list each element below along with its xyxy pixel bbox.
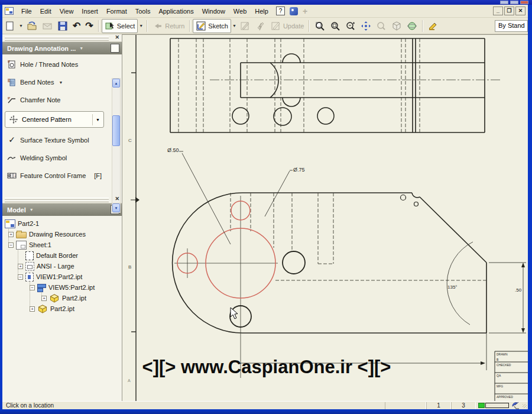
expand-icon[interactable]: + (41, 296, 47, 301)
section-view-icon (37, 283, 46, 292)
menu-applications[interactable]: Applications (154, 6, 197, 17)
dimension-leaders (179, 151, 526, 370)
panel-grip[interactable]: ✕ (2, 196, 122, 203)
front-view-outline[interactable] (173, 193, 486, 333)
menu-window[interactable]: Window (198, 6, 229, 17)
tree-item-sheet1[interactable]: − Sheet:1 (5, 240, 122, 250)
selected-circles[interactable] (177, 201, 275, 298)
drawing-canvas[interactable]: C B A (122, 34, 528, 401)
menu-edit[interactable]: Edit (36, 6, 56, 17)
menu-file[interactable]: File (17, 6, 36, 17)
open-button[interactable] (24, 20, 40, 33)
tool-welding-symbol[interactable]: Welding Symbol (7, 151, 111, 164)
centered-pattern-dropdown-icon[interactable]: ▼ (92, 114, 101, 125)
orbit-icon (407, 21, 417, 31)
tool-surface-texture[interactable]: ✓ Surface Texture Symbol (7, 134, 111, 147)
tree-item-view1[interactable]: − VIEW1:Part2.ipt (5, 271, 122, 282)
tree-item-ansi-large[interactable]: + ANSI - Large (5, 261, 122, 271)
scroll-up-icon[interactable]: ▲ (112, 79, 120, 88)
document-icon[interactable] (5, 7, 14, 15)
main-minimize-button[interactable] (500, 1, 508, 4)
edit-sketch-button (238, 20, 253, 33)
collapse-icon[interactable]: − (30, 285, 35, 290)
zoom-all-button[interactable] (312, 20, 327, 33)
select-dropdown-icon[interactable]: ▼ (138, 24, 144, 28)
menu-web[interactable]: Web (229, 6, 251, 17)
tree-item-default-border[interactable]: Default Border (5, 250, 122, 261)
panel-dropdown-icon[interactable]: ▼ (30, 208, 34, 212)
model-panel-header[interactable]: Model ▼ ? (2, 203, 122, 216)
sheet-border (131, 35, 139, 402)
sketch-dropdown-icon[interactable]: ▼ (231, 24, 238, 28)
new-file-dropdown-icon[interactable]: ▼ (18, 24, 24, 28)
new-file-button[interactable] (2, 20, 18, 33)
child-restore-button[interactable]: ❐ (504, 7, 514, 15)
sketch-button[interactable]: Sketch (193, 19, 231, 33)
child-minimize-button[interactable]: _ (493, 7, 503, 15)
dimension-arrows (481, 263, 525, 365)
title-block-checked: CHECKED (497, 363, 511, 367)
menu-view[interactable]: View (56, 6, 78, 17)
tree-item-part2-1[interactable]: Part2-1 (5, 218, 122, 229)
top-view-holes[interactable] (232, 108, 334, 125)
save-button[interactable] (55, 20, 70, 33)
help-icon[interactable]: ? (276, 7, 285, 15)
main-restore-button[interactable] (510, 1, 518, 4)
orbit-button[interactable] (404, 20, 420, 33)
top-view-outline[interactable] (170, 38, 485, 132)
child-close-button[interactable]: ✕ (515, 7, 525, 15)
annotation-panel-header[interactable]: Drawing Annotation ... ▼ ? (2, 42, 122, 54)
expand-icon[interactable]: + (18, 264, 23, 269)
tree-item-drawing-resources[interactable]: + Drawing Resources (5, 229, 122, 240)
undo-button[interactable]: ↶ (70, 19, 83, 33)
annotation-scrollbar[interactable]: ▲ ▼ (112, 78, 121, 213)
menu-tools[interactable]: Tools (131, 6, 155, 17)
expand-icon[interactable]: + (8, 232, 14, 237)
expand-icon[interactable]: + (30, 306, 35, 312)
main-close-button[interactable] (520, 1, 528, 4)
assistant-icon[interactable] (290, 7, 298, 15)
standard-combo[interactable]: By Stand (495, 20, 528, 32)
dimension-dia50[interactable]: Ø.50 (167, 147, 179, 153)
scroll-down-icon[interactable]: ▼ (112, 203, 120, 212)
tool-bend-notes[interactable]: Bend Notes ▼ (7, 76, 111, 89)
panel-dropdown-icon[interactable]: ▼ (79, 46, 83, 50)
menu-insert[interactable]: Insert (77, 6, 102, 17)
tree-item-view5[interactable]: − VIEW5:Part2.ipt (5, 282, 122, 293)
title-block-qa: QA (497, 374, 501, 377)
front-view-holes[interactable] (230, 251, 305, 327)
dimension-height[interactable]: .50 (515, 287, 522, 293)
panel-close-icon[interactable]: ✕ (115, 34, 119, 40)
tool-centered-pattern[interactable]: Centered Pattern ▼ (5, 111, 104, 128)
resize-grip[interactable] (521, 402, 528, 409)
zoom-window-icon (330, 21, 340, 31)
pan-button[interactable] (358, 20, 374, 33)
menu-format[interactable]: Format (102, 6, 131, 17)
dimension-dia75[interactable]: Ø.75 (293, 167, 305, 173)
panel-grip[interactable]: ✕ (2, 34, 122, 42)
zoom-icon (345, 21, 356, 31)
collapse-icon[interactable]: − (18, 274, 23, 280)
bend-notes-dropdown-icon[interactable]: ▼ (57, 80, 64, 85)
menu-help[interactable]: Help (251, 6, 273, 17)
satellite-icon[interactable] (511, 402, 521, 409)
dimension-angle[interactable]: 135° (447, 284, 458, 290)
scroll-thumb[interactable] (112, 115, 120, 146)
tree-item-part2-ipt[interactable]: + Part2.ipt (5, 303, 122, 314)
redo-button[interactable]: ↷ (83, 19, 95, 33)
tool-label: Hole / Thread Notes (20, 61, 78, 68)
tool-feature-control-frame[interactable]: .1 Feature Control Frame [F] (7, 169, 111, 182)
tree-item-part2-ipt[interactable]: + Part2.ipt (5, 293, 122, 303)
collapse-icon[interactable]: − (8, 242, 14, 248)
toolbar: ▼ ↶ ↷ Select ▼ Return Sk (2, 18, 528, 34)
sketch-icon (196, 21, 206, 31)
select-button[interactable]: Select (102, 19, 138, 33)
tool-hole-thread-notes[interactable]: Hole / Thread Notes (7, 58, 111, 71)
isometric-view-button[interactable] (389, 20, 404, 33)
help-icon[interactable]: ? (111, 44, 119, 53)
zoom-button[interactable] (343, 20, 358, 33)
zoom-window-button[interactable] (327, 20, 343, 33)
style-button[interactable] (426, 20, 441, 33)
panel-close-icon[interactable]: ✕ (115, 196, 119, 202)
tool-chamfer-note[interactable]: Chamfer Note (7, 93, 111, 106)
